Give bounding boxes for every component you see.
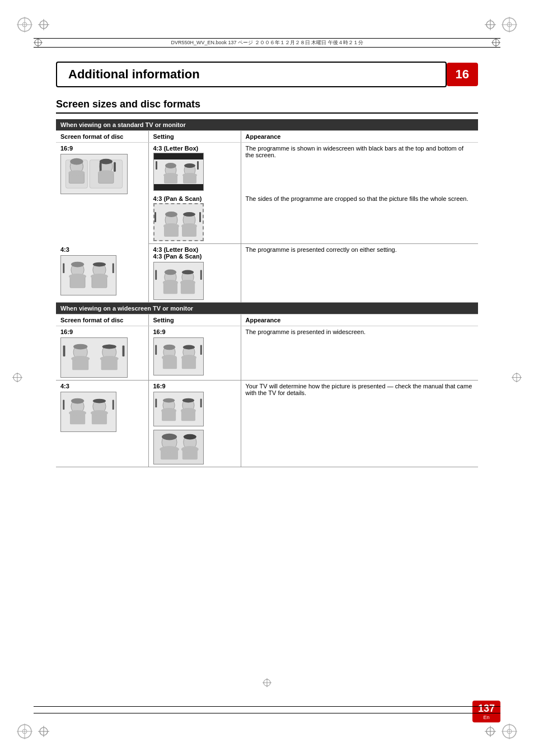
standard-col-headers: Screen format of disc Setting Appearance	[56, 131, 478, 143]
header-text: DVR550H_WV_EN.book 137 ページ ２００６年１２月２８日 木…	[171, 39, 363, 46]
svg-rect-65	[113, 263, 114, 273]
svg-point-63	[93, 262, 106, 266]
svg-point-113	[182, 398, 194, 403]
svg-point-123	[183, 434, 196, 440]
col-screen-format-std: Screen format of disc	[56, 131, 148, 143]
svg-rect-95	[200, 345, 202, 355]
svg-point-97	[181, 355, 196, 360]
page-number-box: 137 En	[472, 701, 500, 722]
image-panscan	[153, 203, 204, 241]
chapter-number: 16	[447, 63, 478, 86]
svg-point-57	[181, 223, 197, 229]
image-ws-4-3	[60, 392, 116, 432]
svg-point-28	[70, 158, 83, 165]
col-screen-format-wide: Screen format of disc	[56, 314, 148, 326]
svg-point-67	[91, 274, 108, 279]
svg-rect-104	[63, 400, 64, 410]
panscan-people	[154, 204, 204, 241]
svg-point-41	[163, 173, 178, 177]
top-rule	[34, 38, 500, 39]
svg-point-109	[162, 398, 174, 403]
format-4-3-label: 4:3	[60, 246, 144, 253]
page-container: DVR550H_WV_EN.book 137 ページ ２００６年１２月２８日 木…	[0, 0, 534, 756]
screen-format-table: When viewing on a standard TV or monitor…	[56, 119, 478, 467]
appearance-4-3-text: The programme is presented correctly on …	[246, 246, 397, 253]
svg-point-43	[184, 163, 195, 168]
image-4-3-std	[60, 255, 116, 295]
image-4-3-setting	[153, 262, 204, 300]
appearance-ws-16-9-text: The programme is presented in widescreen…	[246, 328, 366, 335]
col-appearance-std: Appearance	[241, 131, 478, 143]
appearance-panscan-text: The sides of the programme are cropped s…	[246, 195, 469, 202]
top-left-marks	[17, 17, 49, 32]
top-print-marks: DVR550H_WV_EN.book 137 ページ ２００６年１２月２８日 木…	[34, 38, 500, 47]
svg-point-87	[100, 356, 119, 361]
svg-point-39	[165, 163, 176, 168]
col-appearance-wide: Appearance	[241, 314, 478, 326]
bottom-rule2	[34, 713, 500, 713]
svg-point-107	[91, 410, 108, 416]
svg-point-37	[98, 170, 114, 176]
bottom-left-marks	[17, 724, 49, 739]
image-ws-4-3-setting-1	[153, 392, 204, 426]
top-rule2	[34, 47, 500, 48]
table-row: 16:9	[56, 143, 478, 194]
chapter-title: Additional information	[56, 62, 447, 87]
svg-rect-114	[155, 399, 157, 407]
svg-rect-115	[200, 399, 202, 407]
ws-4-3-setting-16-9: 16:9	[153, 383, 236, 389]
svg-point-73	[181, 270, 193, 275]
image-letterbox	[153, 153, 204, 191]
bottom-right-marks	[485, 724, 517, 739]
ws-format-4-3: 4:3	[60, 383, 144, 389]
col-setting-std: Setting	[148, 131, 241, 143]
standard-tv-header-row: When viewing on a standard TV or monitor	[56, 119, 478, 131]
svg-rect-105	[113, 400, 114, 410]
svg-point-103	[93, 399, 106, 403]
bottom-center-mark	[263, 678, 271, 689]
svg-rect-54	[154, 212, 156, 222]
svg-point-30	[68, 170, 85, 176]
svg-point-53	[183, 212, 195, 217]
svg-rect-55	[199, 212, 201, 222]
bottom-bar: 137 En	[34, 701, 500, 722]
setting-4-3-both: 4:3 (Letter Box)4:3 (Pan & Scan)	[153, 246, 236, 260]
svg-rect-84	[63, 346, 65, 356]
svg-point-83	[102, 345, 116, 349]
svg-rect-75	[200, 270, 202, 280]
svg-point-69	[164, 270, 176, 275]
table-row: 4:3 16:9	[56, 381, 478, 467]
svg-point-101	[69, 410, 86, 416]
appearance-letterbox-text: The programme is shown in widescreen wit…	[246, 145, 463, 158]
top-right-marks	[485, 17, 517, 32]
setting-43-panscan-label: 4:3 (Pan & Scan)	[153, 195, 236, 202]
svg-rect-85	[123, 346, 125, 356]
svg-point-79	[73, 344, 87, 350]
bottom-rule	[34, 706, 500, 707]
svg-point-99	[71, 398, 84, 404]
svg-rect-74	[155, 270, 157, 280]
svg-point-77	[180, 280, 195, 285]
section-title: Screen sizes and disc formats	[56, 98, 478, 114]
left-crosshair	[12, 372, 22, 384]
table-row: 16:9 16:9	[56, 326, 478, 381]
svg-point-119	[162, 434, 177, 440]
image-16-9-wide	[60, 154, 128, 194]
setting-43-letterbox-label: 4:3 (Letter Box)	[153, 145, 236, 152]
chapter-header: Additional information 16	[56, 62, 478, 87]
widescreen-tv-header: When viewing on a widescreen TV or monit…	[56, 303, 478, 314]
appearance-ws-4-3-text: Your TV will determine how the picture i…	[246, 383, 472, 396]
svg-point-93	[182, 345, 194, 350]
svg-point-111	[161, 408, 176, 414]
svg-rect-44	[156, 161, 157, 170]
image-ws-4-3-setting-2	[153, 430, 204, 464]
svg-rect-64	[63, 263, 64, 273]
svg-point-81	[71, 356, 90, 361]
svg-point-121	[160, 446, 179, 453]
svg-rect-94	[155, 345, 157, 355]
svg-point-47	[182, 173, 197, 177]
widescreen-col-headers: Screen format of disc Setting Appearance	[56, 314, 478, 326]
svg-point-59	[71, 261, 84, 267]
svg-point-91	[161, 355, 176, 360]
svg-rect-35	[114, 162, 116, 172]
